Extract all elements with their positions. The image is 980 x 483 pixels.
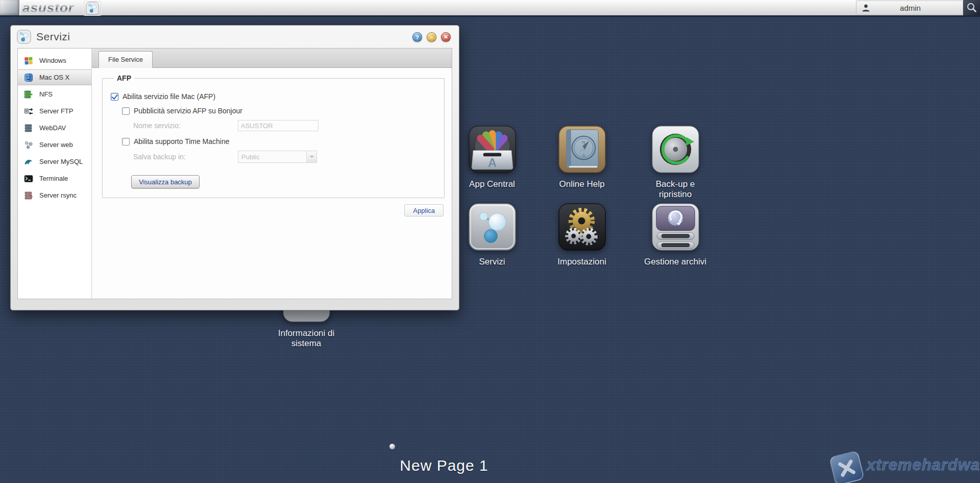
enable-afp-row: Abilita servizio file Mac (AFP)	[111, 92, 436, 101]
desktop-icon-label: Impostazioni	[541, 257, 623, 267]
desktop-icon-online-help[interactable]: N S Online Help	[541, 125, 623, 189]
window-titlebar[interactable]: Servizi ? – ✕	[11, 26, 459, 48]
search-button[interactable]	[963, 0, 980, 15]
apply-button[interactable]: Applica	[404, 204, 444, 216]
backup-restore-icon	[651, 125, 700, 174]
desktop-icon-servizi[interactable]: Servizi	[451, 203, 533, 267]
service-name-input	[238, 120, 318, 131]
desktop: asustor admin	[0, 0, 980, 483]
window-title: Servizi	[36, 31, 70, 43]
xtremehardware-logo-icon	[829, 450, 865, 483]
sidebar-item-terminale[interactable]: Terminale	[18, 171, 91, 186]
servizi-icon	[468, 203, 517, 251]
sidebar-item-server-rsync[interactable]: Server rsync	[18, 187, 91, 203]
impostazioni-icon	[558, 203, 606, 251]
webdav-icon	[24, 124, 33, 133]
svg-text:N: N	[582, 140, 585, 144]
desktop-icon-label: App Central	[451, 179, 533, 189]
gestione-archivi-icon	[651, 203, 700, 251]
content-area: File Service AFP Abilita servizio file M…	[92, 49, 452, 299]
taskbar: asustor admin	[0, 0, 980, 17]
user-icon	[862, 4, 870, 12]
desktop-icon-label: Gestione archivi	[634, 257, 716, 267]
apply-row: Applica	[102, 204, 444, 216]
close-button[interactable]: ✕	[441, 32, 451, 42]
view-backup-button[interactable]: Visualizza backup	[131, 175, 200, 188]
taskbar-app-servizi[interactable]	[83, 1, 102, 16]
watermark-text: xtremehardware.it	[867, 456, 980, 474]
desktop-icon-label: Informazioni di sistema	[278, 328, 335, 349]
servizi-window-icon	[17, 30, 31, 44]
desktop-icon-label: Back-up e ripristino	[647, 179, 704, 200]
user-menu[interactable]: admin	[856, 1, 963, 15]
svg-text:A: A	[487, 156, 496, 170]
time-machine-row: Abilita supporto Time Machine	[122, 137, 436, 146]
time-machine-label: Abilita supporto Time Machine	[134, 137, 230, 146]
servizi-window: Servizi ? – ✕ Windows	[10, 25, 459, 310]
asustor-logo: asustor	[22, 0, 74, 15]
desktop-icon-gestione-archivi[interactable]: Gestione archivi	[634, 203, 716, 267]
sidebar-item-windows[interactable]: Windows	[18, 53, 91, 68]
services-sidebar: Windows Mac OS X	[18, 49, 92, 299]
servizi-molecule-icon	[86, 2, 99, 15]
bonjour-checkbox[interactable]	[122, 107, 130, 115]
sidebar-item-nfs[interactable]: NFS	[18, 86, 91, 102]
bonjour-label: Pubblicità servizio AFP su Bonjour	[134, 107, 242, 115]
minimize-button[interactable]: –	[427, 32, 436, 42]
windows-icon	[24, 56, 33, 65]
desktop-icon-label: Online Help	[541, 179, 623, 189]
help-button[interactable]: ?	[412, 32, 422, 42]
enable-afp-label: Abilita servizio file Mac (AFP)	[122, 92, 215, 101]
app-central-icon: A	[468, 125, 517, 174]
bonjour-row: Pubblicità servizio AFP su Bonjour	[122, 107, 436, 115]
backup-target-row: Salva backup in: Public	[133, 151, 436, 163]
sidebar-item-server-ftp[interactable]: Server FTP	[18, 103, 91, 119]
chevron-down-icon	[306, 151, 316, 162]
service-name-label: Nome servizio:	[133, 122, 238, 130]
svg-text:S: S	[582, 153, 584, 158]
web-server-icon	[24, 140, 33, 150]
online-help-icon: N S	[558, 125, 606, 174]
time-machine-checkbox[interactable]	[122, 138, 130, 146]
ftp-icon	[24, 107, 33, 116]
tab-file-service[interactable]: File Service	[99, 51, 153, 68]
desktop-icon-app-central[interactable]: A App Central	[451, 125, 533, 189]
window-body: Windows Mac OS X	[17, 48, 452, 299]
terminal-icon	[24, 174, 33, 183]
sidebar-item-server-web[interactable]: Server web	[18, 137, 91, 153]
afp-fieldset: AFP Abilita servizio file Mac (AFP) Pubb…	[102, 74, 445, 198]
enable-afp-checkbox[interactable]	[111, 93, 118, 101]
desktop-icon-backup-restore[interactable]: Back-up e ripristino	[634, 125, 716, 200]
user-name: admin	[870, 4, 963, 12]
afp-legend: AFP	[114, 74, 134, 82]
sidebar-item-server-mysql[interactable]: Server MySQL	[18, 154, 91, 170]
window-controls: ? – ✕	[412, 32, 451, 42]
show-desktop-button[interactable]	[0, 0, 20, 15]
sidebar-item-webdav[interactable]: WebDAV	[18, 120, 91, 136]
backup-target-value: Public	[238, 151, 306, 162]
sidebar-item-mac-os-x[interactable]: Mac OS X	[18, 69, 91, 85]
backup-target-label: Salva backup in:	[133, 153, 238, 161]
desktop-icon-label: Servizi	[451, 257, 533, 267]
rsync-icon	[24, 191, 33, 200]
mysql-icon	[24, 157, 33, 166]
file-service-panel: AFP Abilita servizio file Mac (AFP) Pubb…	[92, 68, 452, 299]
service-name-row: Nome servizio:	[133, 120, 436, 131]
page-indicator-dot[interactable]	[389, 444, 395, 449]
backup-target-select: Public	[238, 151, 317, 163]
desktop-icon-impostazioni[interactable]: Impostazioni	[541, 203, 623, 267]
tab-strip: File Service	[92, 49, 452, 68]
search-icon	[966, 2, 977, 13]
mac-os-icon	[24, 73, 33, 82]
nfs-icon	[24, 90, 33, 99]
page-title: New Page 1	[368, 457, 521, 474]
